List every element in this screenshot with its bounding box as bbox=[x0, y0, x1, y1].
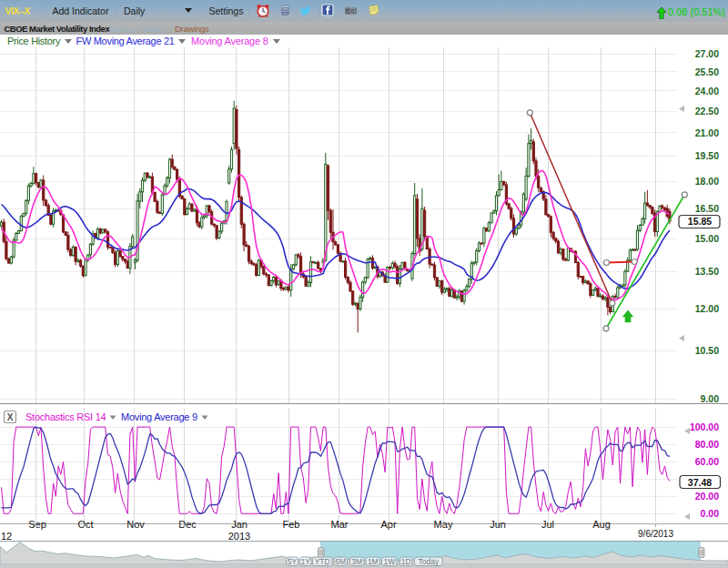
svg-text:12.00: 12.00 bbox=[695, 303, 719, 314]
svg-text:22.50: 22.50 bbox=[695, 106, 719, 117]
svg-text:Jan: Jan bbox=[231, 519, 248, 530]
svg-text:Moving Average 9: Moving Average 9 bbox=[121, 411, 197, 422]
svg-text:60.00: 60.00 bbox=[695, 456, 719, 467]
svg-text:20.00: 20.00 bbox=[695, 491, 719, 502]
svg-text:27.00: 27.00 bbox=[695, 48, 719, 59]
svg-text:Sep: Sep bbox=[28, 519, 46, 530]
svg-text:12: 12 bbox=[1, 531, 12, 542]
svg-text:Mar: Mar bbox=[331, 519, 349, 530]
svg-text:6M: 6M bbox=[335, 557, 346, 566]
svg-text:24.00: 24.00 bbox=[695, 86, 719, 96]
svg-text:15.85: 15.85 bbox=[688, 216, 712, 227]
svg-text:3M: 3M bbox=[351, 557, 362, 566]
svg-text:YTD: YTD bbox=[315, 557, 330, 566]
svg-text:9/6/2013: 9/6/2013 bbox=[638, 529, 673, 539]
svg-text:Dec: Dec bbox=[178, 519, 197, 530]
svg-text:100.00: 100.00 bbox=[690, 421, 719, 432]
svg-text:18.00: 18.00 bbox=[695, 176, 719, 187]
svg-text:13.50: 13.50 bbox=[695, 266, 719, 277]
svg-text:80.00: 80.00 bbox=[695, 439, 719, 450]
svg-text:2013: 2013 bbox=[228, 531, 250, 542]
svg-text:Feb: Feb bbox=[283, 519, 300, 530]
svg-text:Today: Today bbox=[418, 557, 439, 566]
svg-text:15.00: 15.00 bbox=[695, 233, 719, 244]
svg-text:1M: 1M bbox=[368, 557, 379, 566]
svg-text:10.50: 10.50 bbox=[695, 345, 719, 356]
svg-text:Nov: Nov bbox=[126, 519, 145, 530]
svg-text:9.00: 9.00 bbox=[701, 393, 720, 404]
svg-text:1Y: 1Y bbox=[301, 557, 311, 566]
svg-text:Stochastics RSI 14: Stochastics RSI 14 bbox=[25, 411, 106, 422]
svg-text:X: X bbox=[7, 412, 14, 422]
svg-text:Oct: Oct bbox=[77, 519, 93, 530]
svg-text:37.48: 37.48 bbox=[688, 477, 712, 488]
svg-text:1W: 1W bbox=[383, 557, 395, 566]
svg-text:5Y: 5Y bbox=[288, 557, 298, 566]
svg-text:21.00: 21.00 bbox=[695, 127, 719, 138]
svg-text:19.50: 19.50 bbox=[695, 150, 719, 161]
svg-text:0.00: 0.00 bbox=[701, 508, 720, 519]
svg-text:16.50: 16.50 bbox=[695, 203, 719, 214]
svg-text:25.50: 25.50 bbox=[695, 66, 719, 77]
svg-text:1D: 1D bbox=[401, 557, 411, 566]
